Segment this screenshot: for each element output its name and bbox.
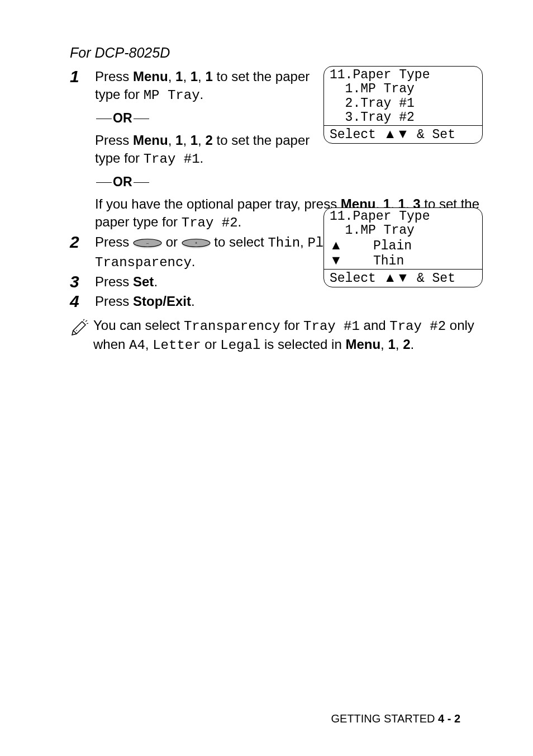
key-label: 1 bbox=[175, 133, 183, 148]
text: Press bbox=[95, 274, 133, 289]
or-separator: OR bbox=[95, 110, 316, 127]
updown-arrows-icon: ▲▼ bbox=[384, 126, 410, 141]
key-label: Stop/Exit bbox=[133, 294, 191, 309]
lcd-line: 2.Tray #1 bbox=[330, 97, 477, 111]
text: , bbox=[168, 69, 175, 84]
down-arrow-icon: ▼ bbox=[330, 253, 342, 267]
page-footer: GETTING STARTED 4 - 2 bbox=[331, 712, 460, 725]
setting-name: MP Tray bbox=[144, 88, 200, 103]
lcd-text: Select bbox=[330, 271, 384, 286]
setting-name: Tray #2 bbox=[182, 215, 238, 230]
step-4: 4 Press Stop/Exit. bbox=[70, 292, 483, 310]
option-name: Transparency bbox=[184, 319, 280, 334]
lcd-line: Select ▲▼ & Set bbox=[330, 271, 477, 286]
up-arrow-icon: ▲ bbox=[330, 238, 342, 252]
text: , bbox=[183, 69, 190, 84]
or-text: OR bbox=[113, 174, 132, 189]
lcd-line: 11.Paper Type bbox=[330, 68, 477, 82]
note-text: You can select Transparency for Tray #1 … bbox=[93, 316, 483, 355]
text: Press bbox=[95, 69, 133, 84]
footer-section: GETTING STARTED bbox=[331, 712, 435, 725]
lcd-line: 3.Tray #2 bbox=[330, 111, 477, 125]
updown-arrows-icon: ▲▼ bbox=[384, 270, 410, 285]
lcd-line: 1.MP Tray bbox=[330, 224, 477, 238]
page-number: 4 - 2 bbox=[435, 712, 460, 725]
text: . bbox=[154, 274, 158, 289]
text: . bbox=[200, 87, 204, 102]
key-label: Menu bbox=[133, 69, 168, 84]
or-text: OR bbox=[113, 111, 132, 125]
lcd-text: & Set bbox=[409, 271, 455, 286]
text: and bbox=[360, 318, 389, 333]
lcd-line: Select ▲▼ & Set bbox=[330, 127, 477, 142]
svg-text:+: + bbox=[194, 240, 197, 245]
text: . bbox=[191, 294, 195, 309]
dash-icon bbox=[96, 182, 112, 183]
step-number: 4 bbox=[70, 292, 95, 310]
step-number: 2 bbox=[70, 233, 95, 251]
lcd-text: Select bbox=[330, 127, 384, 142]
text: to select bbox=[211, 234, 268, 249]
lcd-display-2: 11.Paper Type 1.MP Tray ▲ Plain ▼ Thin S… bbox=[323, 207, 483, 287]
dash-icon bbox=[134, 119, 149, 119]
key-label: 2 bbox=[403, 337, 410, 352]
text: , bbox=[198, 69, 205, 84]
text: , bbox=[300, 234, 307, 249]
text: is selected in bbox=[260, 337, 345, 352]
step-body: Press Stop/Exit. bbox=[95, 292, 483, 310]
text: Press bbox=[95, 133, 133, 148]
lcd-divider bbox=[324, 125, 482, 126]
text: If you have the optional paper tray, pre… bbox=[95, 196, 341, 211]
text: Press bbox=[95, 294, 133, 309]
text: , bbox=[145, 337, 153, 352]
text: . bbox=[410, 337, 414, 352]
dash-icon bbox=[96, 119, 112, 119]
option-name: Letter bbox=[153, 338, 201, 353]
text: . bbox=[238, 214, 242, 229]
text: You can select bbox=[93, 318, 184, 333]
step-number: 3 bbox=[70, 273, 95, 290]
text: , bbox=[198, 133, 205, 148]
text: , bbox=[396, 337, 403, 352]
key-label: 1 bbox=[388, 337, 395, 352]
text: or bbox=[162, 234, 182, 249]
key-label: Menu bbox=[133, 133, 168, 148]
lcd-text: & Set bbox=[409, 127, 455, 142]
lcd-divider bbox=[324, 269, 482, 270]
text: . bbox=[192, 254, 196, 269]
key-label: 1 bbox=[175, 69, 183, 84]
text: , bbox=[183, 133, 190, 148]
step-text-block: Press Menu, 1, 1, 1 to set the paper typ… bbox=[95, 68, 316, 191]
key-label: 2 bbox=[205, 133, 212, 148]
key-label: Menu bbox=[345, 337, 380, 352]
text: or bbox=[201, 337, 221, 352]
key-label: 1 bbox=[191, 133, 198, 148]
svg-text:–: – bbox=[146, 240, 149, 245]
setting-name: Tray #1 bbox=[144, 152, 200, 167]
note-icon bbox=[70, 316, 93, 339]
section-title: For DCP-8025D bbox=[70, 45, 483, 61]
key-label: 1 bbox=[191, 69, 198, 84]
nav-down-button-icon: + bbox=[182, 238, 211, 249]
text: Press bbox=[95, 234, 133, 249]
key-label: Set bbox=[133, 274, 154, 289]
dash-icon bbox=[134, 182, 149, 183]
step-number: 1 bbox=[70, 68, 95, 85]
option-name: Legal bbox=[220, 338, 260, 353]
lcd-line: 1.MP Tray bbox=[330, 82, 477, 96]
option-name: Thin bbox=[268, 235, 300, 251]
note-block: You can select Transparency for Tray #1 … bbox=[70, 316, 483, 355]
setting-name: Tray #1 bbox=[303, 319, 360, 334]
text: . bbox=[200, 150, 204, 166]
lcd-text: Plain bbox=[342, 239, 412, 253]
or-separator: OR bbox=[95, 173, 316, 191]
lcd-line: ▼ Thin bbox=[330, 253, 477, 268]
lcd-line: 11.Paper Type bbox=[330, 210, 477, 224]
option-name: A4 bbox=[129, 338, 145, 353]
text: , bbox=[380, 337, 388, 352]
lcd-display-1: 11.Paper Type 1.MP Tray 2.Tray #1 3.Tray… bbox=[323, 66, 483, 144]
setting-name: Tray #2 bbox=[389, 319, 446, 334]
text: for bbox=[280, 318, 303, 333]
key-label: 1 bbox=[205, 69, 212, 84]
lcd-text: Thin bbox=[342, 254, 404, 268]
